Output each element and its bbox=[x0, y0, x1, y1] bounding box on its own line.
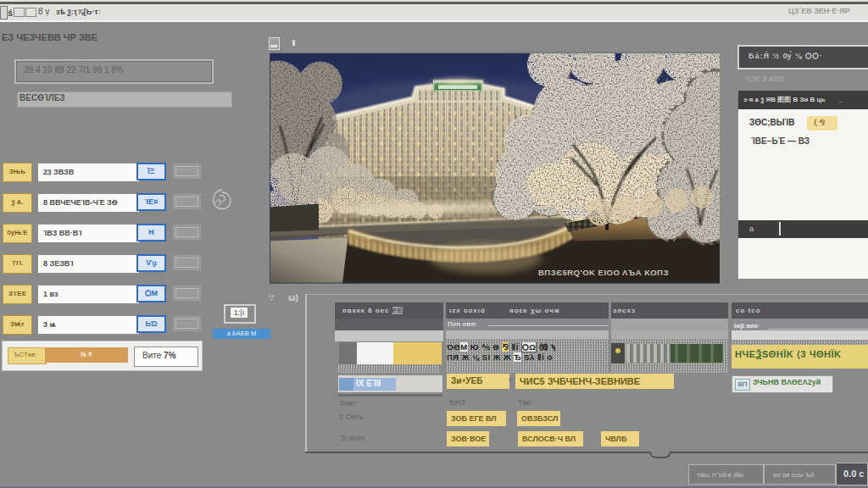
svg-text:ВПЗЄ5RQ'ΟΚ ΕΙΟΟ ΛЪА ΚΟΠЗ: ВПЗЄ5RQ'ΟΚ ΕΙΟΟ ΛЪА ΚΟΠЗ bbox=[538, 268, 669, 277]
